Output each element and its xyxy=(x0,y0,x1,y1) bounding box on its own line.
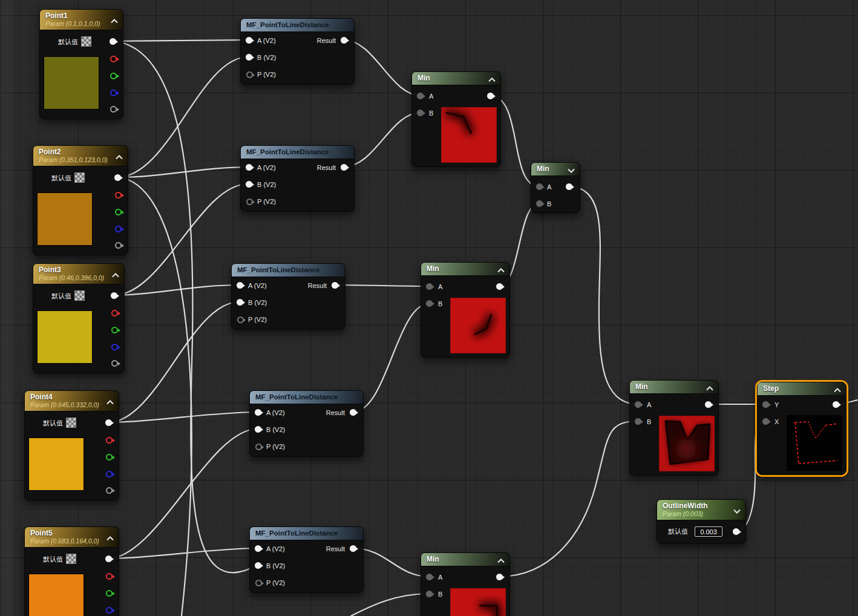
input-pin-b[interactable] xyxy=(635,418,641,425)
collapse-chevron-up-icon[interactable] xyxy=(106,399,114,404)
min-node-collapsed[interactable]: Min A B xyxy=(531,162,580,213)
wire[interactable] xyxy=(108,429,258,559)
input-pin-b[interactable] xyxy=(417,110,424,116)
wire[interactable] xyxy=(353,303,430,412)
output-pin[interactable] xyxy=(496,283,503,290)
wire[interactable] xyxy=(499,421,639,577)
output-pin-b[interactable] xyxy=(110,90,117,96)
function-node-point-to-line-distance-2[interactable]: MF_PointToLineDistance A (V2) B (V2) P (… xyxy=(240,145,355,212)
collapse-chevron-up-icon[interactable] xyxy=(488,76,496,81)
output-pin-result[interactable] xyxy=(350,409,356,416)
color-swatch[interactable] xyxy=(37,310,93,364)
material-graph-canvas[interactable]: Point1 Param (0.1,0.1,0,0) 默认值 Point2 Pa… xyxy=(0,0,858,616)
function-node-point-to-line-distance-1[interactable]: MF_PointToLineDistance A (V2) B (V2) P (… xyxy=(240,18,355,85)
param-node-point1[interactable]: Point1 Param (0.1,0.1,0,0) 默认值 xyxy=(39,9,123,119)
collapse-chevron-up-icon[interactable] xyxy=(834,387,841,392)
output-pin-b[interactable] xyxy=(115,226,122,232)
output-pin-r[interactable] xyxy=(111,310,118,316)
collapse-chevron-down-icon[interactable] xyxy=(568,167,575,172)
wire[interactable] xyxy=(114,184,249,295)
output-pin[interactable] xyxy=(496,574,503,580)
input-pin-a[interactable] xyxy=(237,282,243,289)
input-pin-b[interactable] xyxy=(426,300,433,307)
output-pin-result[interactable] xyxy=(341,164,347,171)
wire[interactable] xyxy=(112,40,249,41)
output-pin[interactable] xyxy=(487,93,494,99)
wire[interactable] xyxy=(351,594,430,616)
input-pin-a[interactable] xyxy=(255,409,261,416)
input-pin-p[interactable] xyxy=(246,198,253,205)
param-node-point5[interactable]: Point5 Param (0.683,0.164,0,0) 默认值 xyxy=(24,526,119,616)
input-pin-a[interactable] xyxy=(635,401,641,408)
wire[interactable] xyxy=(344,113,421,167)
param-node-point3[interactable]: Point3 Param (0.46,0.396,0,0) 默认值 xyxy=(33,263,125,373)
input-pin-p[interactable] xyxy=(255,444,262,450)
function-node-point-to-line-distance-5[interactable]: MF_PointToLineDistance A (V2) B (V2) P (… xyxy=(249,526,364,593)
input-pin-y[interactable] xyxy=(762,401,769,408)
output-pin-g[interactable] xyxy=(115,209,122,215)
collapse-chevron-up-icon[interactable] xyxy=(111,18,118,22)
output-pin-b[interactable] xyxy=(111,344,118,350)
wire[interactable] xyxy=(335,285,430,286)
output-pin-rgba[interactable] xyxy=(105,555,112,562)
output-pin-r[interactable] xyxy=(115,192,122,198)
input-pin-a[interactable] xyxy=(246,164,252,171)
input-pin-b[interactable] xyxy=(255,562,261,569)
input-pin-p[interactable] xyxy=(237,316,244,323)
function-node-point-to-line-distance-3[interactable]: MF_PointToLineDistance A (V2) B (V2) P (… xyxy=(231,263,345,330)
param-node-point4[interactable]: Point4 Param (0.645,0.332,0,0) 默认值 xyxy=(24,390,119,500)
min-node-1[interactable]: Min A B xyxy=(411,71,501,167)
collapse-chevron-up-icon[interactable] xyxy=(116,154,123,159)
output-pin-r[interactable] xyxy=(106,437,113,444)
output-pin-a[interactable] xyxy=(110,106,117,113)
color-swatch[interactable] xyxy=(28,574,84,616)
input-pin-a[interactable] xyxy=(536,183,543,190)
color-swatch[interactable] xyxy=(28,437,84,491)
output-pin-b[interactable] xyxy=(106,607,113,614)
input-pin-b[interactable] xyxy=(237,299,243,306)
output-pin-a[interactable] xyxy=(111,360,118,367)
output-pin-a[interactable] xyxy=(115,242,122,249)
input-pin-b[interactable] xyxy=(246,54,252,61)
output-pin-r[interactable] xyxy=(106,573,113,580)
input-pin-x[interactable] xyxy=(762,418,769,425)
output-pin-g[interactable] xyxy=(111,327,118,333)
input-pin-b[interactable] xyxy=(246,181,252,188)
output-pin-result[interactable] xyxy=(332,282,338,289)
collapse-chevron-up-icon[interactable] xyxy=(112,272,119,277)
param-node-outline-width[interactable]: OutlineWidth Param (0.003) 默认值 xyxy=(657,499,746,544)
input-pin-p[interactable] xyxy=(246,71,253,78)
collapse-chevron-down-icon[interactable] xyxy=(733,508,741,513)
input-pin-a[interactable] xyxy=(246,37,252,44)
param-node-point2[interactable]: Point2 Param (0.351,0.123,0,0) 默认值 xyxy=(33,145,128,255)
input-pin-a[interactable] xyxy=(255,545,261,552)
output-pin-g[interactable] xyxy=(106,590,113,597)
collapse-chevron-up-icon[interactable] xyxy=(497,267,505,272)
wire[interactable] xyxy=(569,186,639,404)
output-pin-a[interactable] xyxy=(106,487,113,494)
output-pin[interactable] xyxy=(733,528,739,535)
output-pin-result[interactable] xyxy=(341,37,347,44)
input-pin-b[interactable] xyxy=(426,591,433,597)
output-pin-rgba[interactable] xyxy=(114,174,121,181)
input-pin-a[interactable] xyxy=(426,283,433,290)
output-pin[interactable] xyxy=(705,401,712,408)
min-node-2[interactable]: Min A B xyxy=(421,262,510,358)
wire[interactable] xyxy=(108,302,240,422)
default-value-input[interactable] xyxy=(695,526,722,537)
wire[interactable] xyxy=(353,548,430,577)
min-node-4[interactable]: Min A B xyxy=(421,552,510,616)
output-pin[interactable] xyxy=(833,401,839,408)
output-pin-r[interactable] xyxy=(110,56,117,62)
input-pin-p[interactable] xyxy=(255,580,262,586)
output-pin-g[interactable] xyxy=(110,73,117,79)
output-pin[interactable] xyxy=(566,183,572,190)
output-pin-rgba[interactable] xyxy=(110,38,116,45)
color-swatch[interactable] xyxy=(44,56,99,110)
input-pin-a[interactable] xyxy=(417,93,424,99)
input-pin-b[interactable] xyxy=(536,200,543,207)
collapse-chevron-up-icon[interactable] xyxy=(706,385,713,390)
input-pin-a[interactable] xyxy=(426,574,433,580)
output-pin-g[interactable] xyxy=(106,454,113,460)
output-pin-rgba[interactable] xyxy=(111,292,117,299)
